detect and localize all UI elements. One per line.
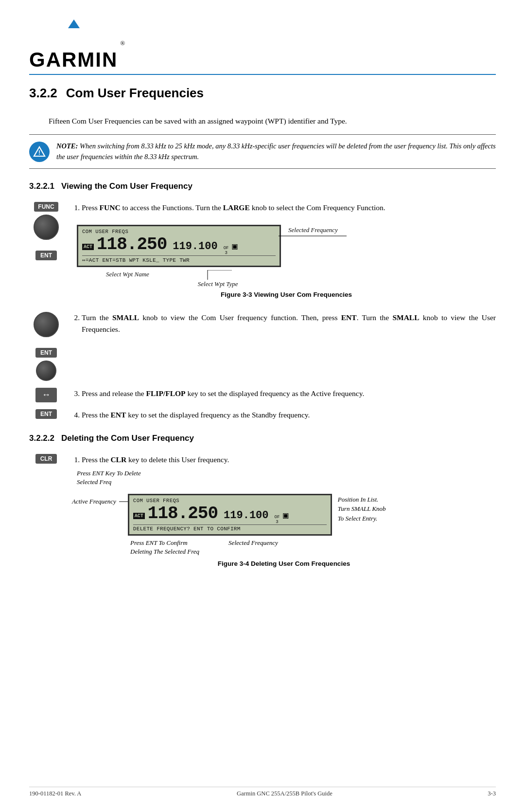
- step1-content: Press FUNC to access the Functions. Turn…: [72, 202, 496, 305]
- footer-right: 3-3: [488, 790, 496, 797]
- display-page-icon: ▣: [232, 241, 237, 252]
- annot-select-wpt-name: Select Wpt Name: [106, 271, 149, 278]
- delete-top-annots: Press ENT Key To Delete Selected Freq: [77, 469, 496, 487]
- garmin-registered: ®: [120, 39, 125, 47]
- subsection2-number: 3.2.2.2: [29, 433, 54, 443]
- delete-bottom-annots: Press ENT To Confirm Deleting The Select…: [130, 539, 496, 556]
- ent-button-3: ENT: [35, 409, 57, 419]
- display4-of: OF 3: [275, 515, 280, 524]
- annot-wpt-area: Select Wpt Name Select Wpt Type: [106, 270, 496, 288]
- figure3-4-area: Active Frequency COM USER FREQS ACT 118.…: [72, 489, 496, 538]
- page-header: GARMIN ®: [29, 19, 496, 75]
- note-text: NOTE: When switching from 8.33 kHz to 25…: [56, 141, 496, 162]
- step3-row: ↔ Press and release the FLIP/FLOP key to…: [29, 388, 496, 402]
- note-box: ! NOTE: When switching from 8.33 kHz to …: [29, 134, 496, 169]
- delete-step1-content: Press the CLR key to delete this User fr…: [72, 454, 496, 574]
- garmin-logo-text: GARMIN: [29, 50, 118, 70]
- figure3-3-caption: Figure 3-3 Viewing User Com Frequencies: [77, 291, 496, 298]
- step2-text: Turn the SMALL knob to view the Com User…: [82, 312, 496, 336]
- figure3-3-display: COM USER FREQS ACT 118.250 119.100 OF 3: [77, 225, 281, 267]
- step4-controls: ENT: [29, 409, 63, 419]
- display-header: COM USER FREQS: [82, 229, 128, 235]
- svg-text:!: !: [38, 149, 40, 156]
- note-icon: !: [29, 142, 50, 162]
- note-warning-icon: !: [33, 145, 46, 158]
- delete-bottom-right: Selected Frequency: [228, 539, 278, 556]
- flipflop-button: ↔: [35, 388, 57, 402]
- subsection1-title: Viewing the Com User Frequency: [61, 181, 192, 191]
- display4-page-icon: ▣: [283, 510, 288, 521]
- step2-row: ENT Turn the SMALL knob to view the Com …: [29, 312, 496, 381]
- step2-controls: ENT: [29, 312, 63, 381]
- display-standby-freq: 119.100: [173, 240, 217, 253]
- display-act-label: ACT: [82, 244, 94, 250]
- display4-act: ACT: [133, 513, 145, 519]
- step3-text: Press and release the FLIP/FLOP key to s…: [82, 388, 496, 400]
- small-knob-1: [34, 312, 59, 337]
- step3-content: Press and release the FLIP/FLOP key to s…: [72, 388, 496, 402]
- active-freq-label-wrap: Active Frequency: [72, 498, 128, 505]
- display-bottom-row: ⇔=ACT ENT=STB WPT KSLE_ TYPE TWR: [82, 255, 276, 263]
- func-button: FUNC: [34, 202, 58, 212]
- step4-row: ENT Press the ENT key to set the display…: [29, 409, 496, 423]
- display4-bottom: DELETE FREQUENCY? ENT TO CONFIRM: [133, 524, 327, 532]
- display-of: OF 3: [224, 246, 229, 255]
- active-freq-annot: Active Frequency: [72, 498, 116, 505]
- step1-text: Press FUNC to access the Functions. Turn…: [82, 202, 496, 214]
- annot-select-wpt-type: Select Wpt Type: [198, 280, 238, 288]
- ent-button-2: ENT: [35, 348, 57, 358]
- delete-step1-row: CLR Press the CLR key to delete this Use…: [29, 454, 496, 574]
- selected-freq-arrow: [279, 229, 356, 243]
- active-freq-line: [119, 501, 128, 502]
- garmin-triangle-icon: [68, 19, 80, 28]
- display4-standby: 119.100: [224, 509, 268, 522]
- step4-text: Press the ENT key to set the displayed f…: [82, 409, 496, 421]
- delete-step1-text: Press the CLR key to delete this User fr…: [82, 454, 496, 466]
- footer-center: Garmin GNC 255A/255B Pilot's Guide: [237, 790, 332, 797]
- page-footer: 190-01182-01 Rev. A Garmin GNC 255A/255B…: [29, 787, 496, 797]
- figure3-4-caption: Figure 3-4 Deleting User Com Frequencies: [72, 560, 496, 567]
- footer-left: 190-01182-01 Rev. A: [29, 790, 81, 797]
- delete-step1-controls: CLR: [29, 454, 63, 464]
- garmin-logo: GARMIN ®: [29, 19, 125, 70]
- section-title: Com User Frequencies: [66, 86, 204, 101]
- step1-controls: FUNC ENT: [29, 202, 63, 260]
- delete-bottom-left: Press ENT To Confirm Deleting The Select…: [130, 539, 199, 556]
- small-knob-2: [36, 361, 56, 381]
- large-knob: [34, 215, 59, 240]
- display-active-freq: 118.250: [97, 235, 167, 254]
- clr-button: CLR: [35, 454, 57, 464]
- ent-button-1: ENT: [35, 251, 57, 260]
- figure3-4-display: COM USER FREQS ACT 118.250 119.100 OF 3 …: [128, 494, 332, 536]
- figure3-3-area: COM USER FREQS ACT 118.250 119.100 OF 3: [77, 220, 496, 298]
- subsection2-title: Deleting the Com User Frequency: [61, 433, 194, 443]
- step1-row: FUNC ENT Press FUNC to access the Functi…: [29, 202, 496, 305]
- display4-active: 118.250: [148, 504, 218, 523]
- section-number: 3.2.2: [29, 86, 57, 101]
- step4-content: Press the ENT key to set the displayed f…: [72, 409, 496, 423]
- intro-text: Fifteen Com User Frequencies can be save…: [29, 115, 496, 127]
- display4-header: COM USER FREQS: [133, 498, 179, 504]
- delete-right-annots: Position In List. Turn SMALL Knob To Sel…: [338, 495, 386, 523]
- step3-controls: ↔: [29, 388, 63, 402]
- subsection1-number: 3.2.2.1: [29, 181, 54, 191]
- step2-content: Turn the SMALL knob to view the Com User…: [72, 312, 496, 338]
- wpt-type-arrow: [198, 270, 237, 280]
